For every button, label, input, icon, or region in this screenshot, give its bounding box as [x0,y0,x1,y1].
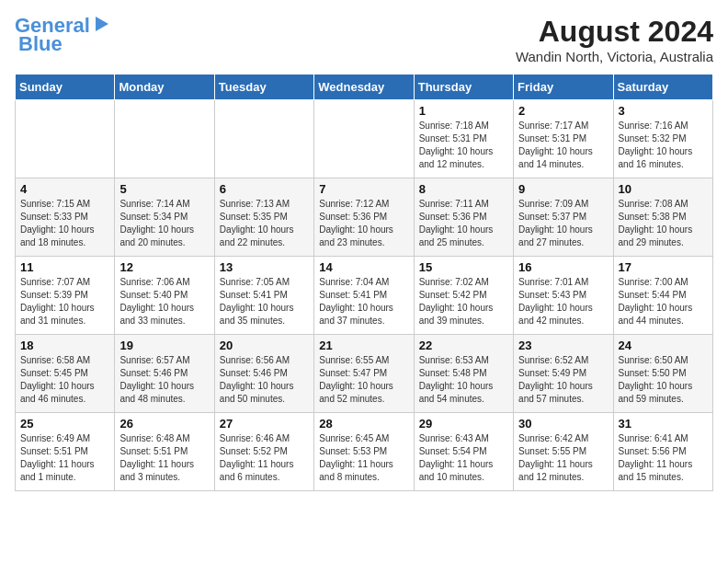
calendar-cell: 10Sunrise: 7:08 AM Sunset: 5:38 PM Dayli… [613,178,712,257]
calendar-cell: 23Sunrise: 6:52 AM Sunset: 5:49 PM Dayli… [514,335,613,413]
calendar-cell: 20Sunrise: 6:56 AM Sunset: 5:46 PM Dayli… [214,335,313,413]
calendar-cell: 28Sunrise: 6:45 AM Sunset: 5:53 PM Dayli… [314,413,414,491]
calendar-cell: 13Sunrise: 7:05 AM Sunset: 5:41 PM Dayli… [214,257,313,335]
day-info: Sunrise: 7:06 AM Sunset: 5:40 PM Dayligh… [119,276,209,327]
day-info: Sunrise: 6:49 AM Sunset: 5:51 PM Dayligh… [20,432,109,484]
calendar-week-row: 1Sunrise: 7:18 AM Sunset: 5:31 PM Daylig… [16,100,713,178]
calendar-cell: 24Sunrise: 6:50 AM Sunset: 5:50 PM Dayli… [613,335,712,413]
day-of-week-header: Wednesday [314,75,414,100]
calendar-cell: 18Sunrise: 6:58 AM Sunset: 5:45 PM Dayli… [16,335,115,413]
day-info: Sunrise: 7:18 AM Sunset: 5:31 PM Dayligh… [419,120,508,171]
day-number: 30 [518,417,608,431]
logo-blue-text: Blue [18,33,63,55]
calendar-cell: 8Sunrise: 7:11 AM Sunset: 5:36 PM Daylig… [414,178,513,257]
day-info: Sunrise: 7:08 AM Sunset: 5:38 PM Dayligh… [619,198,708,249]
day-info: Sunrise: 6:52 AM Sunset: 5:49 PM Dayligh… [518,354,608,406]
day-info: Sunrise: 7:02 AM Sunset: 5:42 PM Dayligh… [419,276,508,327]
calendar-cell: 14Sunrise: 7:04 AM Sunset: 5:41 PM Dayli… [314,257,414,335]
day-of-week-header: Sunday [16,75,115,100]
day-number: 22 [419,339,508,352]
calendar-cell: 21Sunrise: 6:55 AM Sunset: 5:47 PM Dayli… [314,335,414,413]
day-number: 2 [518,104,608,118]
page-header: General Blue August 2024 Wandin North, V… [15,15,713,64]
calendar-cell: 2Sunrise: 7:17 AM Sunset: 5:31 PM Daylig… [514,100,613,178]
day-info: Sunrise: 7:07 AM Sunset: 5:39 PM Dayligh… [20,276,109,327]
day-number: 20 [220,339,309,352]
day-number: 24 [619,339,708,352]
calendar-cell: 5Sunrise: 7:14 AM Sunset: 5:34 PM Daylig… [115,178,214,257]
day-info: Sunrise: 7:13 AM Sunset: 5:35 PM Dayligh… [220,198,309,249]
day-info: Sunrise: 6:45 AM Sunset: 5:53 PM Dayligh… [319,432,408,484]
day-number: 27 [220,417,309,431]
day-info: Sunrise: 6:55 AM Sunset: 5:47 PM Dayligh… [319,354,408,406]
day-of-week-header: Monday [115,75,214,100]
calendar-week-row: 25Sunrise: 6:49 AM Sunset: 5:51 PM Dayli… [16,413,713,491]
calendar-cell: 4Sunrise: 7:15 AM Sunset: 5:33 PM Daylig… [16,178,115,257]
logo: General Blue [15,15,110,55]
calendar-cell: 17Sunrise: 7:00 AM Sunset: 5:44 PM Dayli… [613,257,712,335]
day-number: 4 [20,182,109,196]
calendar-cell: 6Sunrise: 7:13 AM Sunset: 5:35 PM Daylig… [214,178,313,257]
day-number: 16 [518,260,608,274]
day-info: Sunrise: 6:57 AM Sunset: 5:46 PM Dayligh… [119,354,209,406]
calendar-cell [115,100,214,178]
calendar-cell: 7Sunrise: 7:12 AM Sunset: 5:36 PM Daylig… [314,178,414,257]
calendar-cell: 31Sunrise: 6:41 AM Sunset: 5:56 PM Dayli… [613,413,712,491]
day-number: 8 [419,182,508,196]
calendar-cell: 26Sunrise: 6:48 AM Sunset: 5:51 PM Dayli… [115,413,214,491]
day-info: Sunrise: 7:05 AM Sunset: 5:41 PM Dayligh… [220,276,309,327]
day-number: 26 [119,417,209,431]
calendar-cell: 16Sunrise: 7:01 AM Sunset: 5:43 PM Dayli… [514,257,613,335]
calendar-cell [314,100,414,178]
day-info: Sunrise: 7:17 AM Sunset: 5:31 PM Dayligh… [518,120,608,171]
calendar-cell: 9Sunrise: 7:09 AM Sunset: 5:37 PM Daylig… [514,178,613,257]
day-info: Sunrise: 7:15 AM Sunset: 5:33 PM Dayligh… [20,198,109,249]
day-of-week-header: Tuesday [214,75,313,100]
svg-marker-0 [96,17,108,31]
calendar-cell: 12Sunrise: 7:06 AM Sunset: 5:40 PM Dayli… [115,257,214,335]
day-info: Sunrise: 7:11 AM Sunset: 5:36 PM Dayligh… [419,198,508,249]
day-info: Sunrise: 6:48 AM Sunset: 5:51 PM Dayligh… [119,432,209,484]
day-number: 5 [119,182,209,196]
calendar-cell: 25Sunrise: 6:49 AM Sunset: 5:51 PM Dayli… [16,413,115,491]
day-info: Sunrise: 6:53 AM Sunset: 5:48 PM Dayligh… [419,354,508,406]
day-info: Sunrise: 6:43 AM Sunset: 5:54 PM Dayligh… [419,432,508,484]
day-info: Sunrise: 7:12 AM Sunset: 5:36 PM Dayligh… [319,198,408,249]
day-number: 11 [20,260,109,274]
day-info: Sunrise: 7:01 AM Sunset: 5:43 PM Dayligh… [518,276,608,327]
day-info: Sunrise: 6:46 AM Sunset: 5:52 PM Dayligh… [220,432,309,484]
calendar-cell: 30Sunrise: 6:42 AM Sunset: 5:55 PM Dayli… [514,413,613,491]
month-year-title: August 2024 [516,15,713,49]
day-info: Sunrise: 7:14 AM Sunset: 5:34 PM Dayligh… [119,198,209,249]
day-number: 18 [20,339,109,352]
calendar-cell [214,100,313,178]
day-of-week-header: Saturday [613,75,712,100]
day-number: 12 [119,260,209,274]
day-of-week-header: Friday [514,75,613,100]
calendar-cell: 29Sunrise: 6:43 AM Sunset: 5:54 PM Dayli… [414,413,513,491]
day-number: 14 [319,260,408,274]
day-of-week-header: Thursday [414,75,513,100]
day-number: 15 [419,260,508,274]
calendar-table: SundayMondayTuesdayWednesdayThursdayFrid… [15,74,713,491]
title-block: August 2024 Wandin North, Victoria, Aust… [516,15,713,64]
day-number: 7 [319,182,408,196]
logo-arrow-icon [92,15,110,33]
calendar-cell: 27Sunrise: 6:46 AM Sunset: 5:52 PM Dayli… [214,413,313,491]
day-info: Sunrise: 6:42 AM Sunset: 5:55 PM Dayligh… [518,432,608,484]
location-subtitle: Wandin North, Victoria, Australia [516,49,713,64]
calendar-cell: 3Sunrise: 7:16 AM Sunset: 5:32 PM Daylig… [613,100,712,178]
day-number: 3 [619,104,708,118]
calendar-cell: 22Sunrise: 6:53 AM Sunset: 5:48 PM Dayli… [414,335,513,413]
calendar-week-row: 4Sunrise: 7:15 AM Sunset: 5:33 PM Daylig… [16,178,713,257]
calendar-header-row: SundayMondayTuesdayWednesdayThursdayFrid… [16,75,713,100]
day-number: 17 [619,260,708,274]
day-number: 29 [419,417,508,431]
day-info: Sunrise: 7:16 AM Sunset: 5:32 PM Dayligh… [619,120,708,171]
day-info: Sunrise: 7:00 AM Sunset: 5:44 PM Dayligh… [619,276,708,327]
day-info: Sunrise: 6:56 AM Sunset: 5:46 PM Dayligh… [220,354,309,406]
day-number: 6 [220,182,309,196]
day-number: 31 [619,417,708,431]
calendar-cell: 15Sunrise: 7:02 AM Sunset: 5:42 PM Dayli… [414,257,513,335]
calendar-week-row: 11Sunrise: 7:07 AM Sunset: 5:39 PM Dayli… [16,257,713,335]
